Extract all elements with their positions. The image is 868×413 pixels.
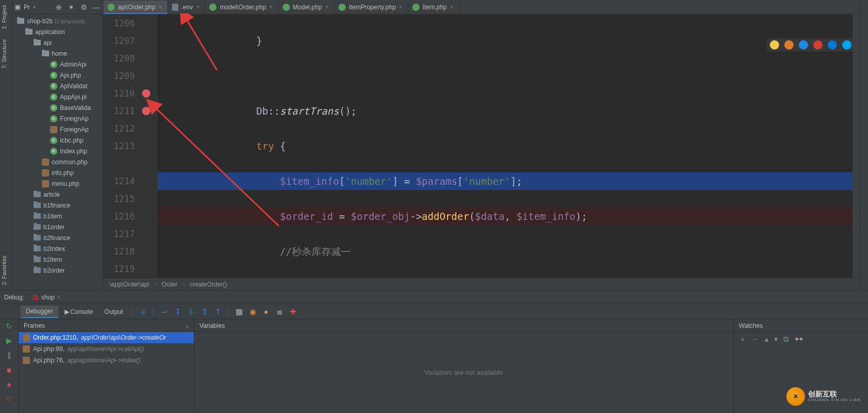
tree-row[interactable]: ▼home <box>12 48 103 59</box>
tree-row[interactable]: ▶b1finance <box>12 200 103 211</box>
tree-row[interactable]: ForeignAp <box>12 124 103 135</box>
editor-tab[interactable]: api\Order.php× <box>103 1 168 14</box>
view-bp-icon[interactable]: ● <box>4 378 15 390</box>
hide-icon[interactable]: — <box>91 3 101 12</box>
line-number[interactable] <box>103 155 135 172</box>
expand-icon[interactable]: ✶ <box>67 3 76 12</box>
trace2-icon[interactable]: ● <box>260 306 272 318</box>
breakpoint-icon[interactable] <box>142 107 150 115</box>
code[interactable]: } Db::startTrans(); try { $item_info['nu… <box>158 14 853 278</box>
editor-tab[interactable]: ItemProperty.php× <box>334 1 408 14</box>
watch-down-icon[interactable]: ▾ <box>774 335 778 344</box>
watch-copy-icon[interactable]: ⧉ <box>783 335 789 344</box>
console-tab[interactable]: ▶ Console <box>59 306 98 317</box>
tree-row[interactable]: ▶b1item <box>12 211 103 221</box>
tree-row[interactable]: Icbc.php <box>12 135 103 146</box>
tree-row[interactable]: common.php <box>12 156 103 167</box>
watch-remove-icon[interactable]: － <box>752 335 760 344</box>
gutter[interactable]: 1206120712081209121012111212121312141215… <box>103 14 158 278</box>
chrome-icon[interactable] <box>770 40 779 50</box>
tree-row[interactable]: AdminApi <box>12 59 103 70</box>
tree-row[interactable]: ▶article <box>12 189 103 200</box>
pause-icon[interactable]: ∥ <box>4 350 15 361</box>
breadcrumb-seg[interactable]: Order <box>162 281 178 288</box>
editor-tab[interactable]: Model.php× <box>278 1 334 14</box>
close-icon[interactable]: × <box>159 4 162 11</box>
tree-row[interactable]: ▼api <box>12 37 103 48</box>
locate-icon[interactable]: ⊕ <box>54 3 64 12</box>
glasses-icon[interactable]: 👓 <box>794 335 804 344</box>
tree-row[interactable]: ▶b2order <box>12 265 103 276</box>
tree-row[interactable]: info.php <box>12 167 103 178</box>
frame-up-icon[interactable]: ↑ <box>177 322 180 329</box>
line-number[interactable]: 1218 <box>103 243 135 260</box>
tree-row[interactable]: ▼shop-b2bD:\phpstudy <box>12 15 103 26</box>
stop-icon[interactable]: ■ <box>4 364 15 375</box>
settings-icon[interactable]: ⚙ <box>79 3 88 12</box>
tree-row[interactable]: ▶b2item <box>12 254 103 265</box>
trace-icon[interactable]: ◉ <box>246 306 259 318</box>
debug-config-tab[interactable]: 🐞 shop × <box>28 293 64 302</box>
step-into-icon[interactable]: ↧ <box>172 306 184 318</box>
step-out-icon[interactable]: ↥ <box>198 306 211 318</box>
list-icon[interactable]: ≣ <box>273 306 286 318</box>
mute-bp2-icon[interactable]: ⊘ <box>4 393 15 404</box>
step-over-icon[interactable]: ⤻ <box>158 306 171 318</box>
close-icon[interactable]: × <box>450 4 454 11</box>
output-tab[interactable]: Output <box>99 306 128 317</box>
run-to-cursor-icon[interactable]: ⤒ <box>212 306 224 318</box>
tree-row[interactable]: Api.php <box>12 70 103 81</box>
close-icon[interactable]: × <box>196 4 199 11</box>
safari-icon[interactable] <box>799 40 808 50</box>
tree-row[interactable]: ForeignAp <box>12 113 103 124</box>
watch-up-icon[interactable]: ▴ <box>765 335 769 344</box>
project-tree[interactable]: ▼shop-b2bD:\phpstudy▼application▼api▼hom… <box>12 14 103 290</box>
editor-tab[interactable]: Item.php× <box>408 1 459 14</box>
structure-tool-tab[interactable]: 7: Structure <box>0 34 12 74</box>
show-exec-point-icon[interactable]: ≡ <box>137 306 149 318</box>
frame-row[interactable]: Api.php:76,app\api\home\Api->index() <box>19 355 194 366</box>
line-number[interactable]: 1219 <box>103 260 135 278</box>
close-icon[interactable]: × <box>325 4 329 11</box>
close-icon[interactable]: × <box>399 4 402 11</box>
tree-row[interactable]: Index.php <box>12 146 103 156</box>
debugger-tab[interactable]: Debugger <box>21 306 58 318</box>
editor-tab[interactable]: .env× <box>168 1 206 14</box>
frame-row[interactable]: Order.php:1210,app\Order\api\Order->crea… <box>19 332 194 343</box>
line-number[interactable]: 1213 <box>103 137 135 155</box>
close-icon[interactable]: × <box>57 294 60 301</box>
line-number[interactable]: 1206 <box>103 14 135 32</box>
code-editor[interactable]: 1206120712081209121012111212121312141215… <box>103 14 860 278</box>
mute-bp-icon[interactable]: ✚ <box>287 306 299 318</box>
ie-icon[interactable] <box>828 40 837 50</box>
breadcrumb-seg[interactable]: \app\Order\api <box>110 281 149 288</box>
tree-row[interactable]: ▶b2finance <box>12 232 103 243</box>
breadcrumb[interactable]: \app\Order\api › Order › createOrder() <box>103 278 860 290</box>
frame-down-icon[interactable]: ↓ <box>185 322 189 329</box>
tree-row[interactable]: ApiValidat <box>12 81 103 91</box>
line-number[interactable]: 1216 <box>103 208 135 225</box>
tree-row[interactable]: ▶b2index <box>12 243 103 254</box>
tree-row[interactable]: menu.php <box>12 178 103 189</box>
editor-scrollbar[interactable] <box>853 14 860 278</box>
tree-row[interactable]: ▼application <box>12 26 103 37</box>
breakpoint-icon[interactable] <box>142 89 150 98</box>
edge-icon[interactable] <box>842 40 851 50</box>
evaluate-icon[interactable]: ▦ <box>233 306 245 318</box>
line-number[interactable]: 1208 <box>103 50 135 67</box>
editor-tab[interactable]: model\Order.php× <box>205 1 278 14</box>
line-number[interactable]: 1209 <box>103 67 135 85</box>
firefox-icon[interactable] <box>784 40 794 50</box>
watch-add-icon[interactable]: ＋ <box>739 335 747 344</box>
opera-icon[interactable] <box>813 40 823 50</box>
line-number[interactable]: 1210 <box>103 85 135 102</box>
favorites-tool-tab[interactable]: 2: Favorites <box>0 250 12 290</box>
tree-row[interactable]: AppApi.pl <box>12 91 103 102</box>
project-tool-tab[interactable]: 1: Project <box>0 0 12 34</box>
tree-row[interactable]: ▶b1order <box>12 221 103 232</box>
breadcrumb-seg[interactable]: createOrder() <box>190 281 227 288</box>
close-icon[interactable]: × <box>269 4 273 11</box>
rerun-icon[interactable]: ↻ <box>4 321 15 332</box>
line-number[interactable]: 1217 <box>103 225 135 243</box>
line-number[interactable]: 1211 <box>103 102 135 120</box>
